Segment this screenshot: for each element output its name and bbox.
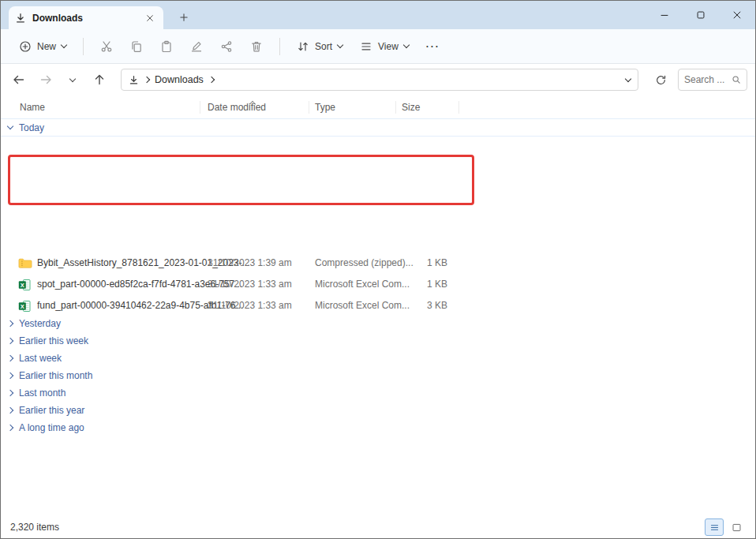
navigation-bar: Downloads	[1, 64, 755, 95]
column-size[interactable]: Size	[402, 97, 420, 118]
delete-icon[interactable]	[243, 34, 270, 59]
file-date: 31/10/2023 1:33 am	[208, 274, 292, 295]
items-count: 2,320 items	[10, 522, 59, 533]
cut-icon[interactable]	[93, 34, 120, 59]
group-label: Last week	[19, 353, 62, 364]
file-size: 1 KB	[380, 253, 447, 274]
chevron-right-icon	[7, 320, 13, 327]
group-header-last-month[interactable]: Last month	[1, 384, 755, 402]
rename-icon[interactable]	[183, 34, 210, 59]
search-input[interactable]	[684, 74, 728, 85]
tab-downloads[interactable]: Downloads	[9, 6, 163, 29]
view-button-label: View	[378, 41, 399, 52]
minimize-icon[interactable]	[646, 1, 683, 29]
view-button[interactable]: View	[353, 36, 416, 58]
chevron-right-icon	[7, 425, 13, 431]
more-options-button[interactable]: ···	[419, 36, 447, 57]
share-icon[interactable]	[213, 34, 240, 59]
breadcrumb-chevron-icon	[144, 77, 150, 83]
chevron-right-icon	[7, 390, 13, 396]
group-header-a-long-time-ago[interactable]: A long time ago	[1, 419, 755, 436]
window-controls	[646, 1, 755, 29]
group-header-earlier-this-month[interactable]: Earlier this month	[1, 367, 755, 384]
file-explorer-window: Downloads New	[0, 0, 756, 539]
file-row[interactable]: X fund_part-00000-39410462-22a9-4b75-afb…	[1, 295, 755, 316]
view-toggles	[705, 518, 746, 536]
search-box[interactable]	[678, 69, 747, 91]
tab-bar: Downloads	[1, 1, 755, 29]
ellipsis-icon: ···	[426, 41, 440, 52]
file-list: Today Bybit_AssetHistory_8781621_2023-01…	[1, 118, 755, 516]
toolbar-divider	[83, 38, 84, 55]
chevron-right-icon	[7, 372, 13, 379]
breadcrumb-chevron-icon	[208, 77, 215, 83]
file-size: 3 KB	[380, 295, 447, 316]
column-type[interactable]: Type	[315, 97, 335, 118]
column-date-modified[interactable]: Date modified	[208, 97, 266, 118]
download-icon	[129, 75, 139, 85]
thumbnails-view-icon[interactable]	[727, 518, 746, 536]
chevron-down-icon	[337, 42, 343, 48]
chevron-right-icon	[7, 407, 13, 414]
breadcrumb-downloads[interactable]: Downloads	[155, 74, 204, 85]
file-size: 1 KB	[380, 274, 447, 295]
group-label: Yesterday	[19, 318, 61, 329]
chevron-right-icon	[7, 338, 13, 344]
column-headers: Name Date modified Type Size	[1, 97, 755, 118]
details-view-icon[interactable]	[705, 518, 724, 536]
up-icon[interactable]	[89, 69, 110, 90]
file-row[interactable]: Bybit_AssetHistory_8781621_2023-01-01_20…	[1, 253, 755, 274]
zip-folder-icon	[18, 257, 32, 269]
search-icon	[732, 75, 741, 84]
close-icon[interactable]	[719, 1, 755, 29]
chevron-right-icon	[7, 355, 13, 361]
group-label: Today	[19, 122, 44, 133]
command-toolbar: New Sort View	[1, 29, 755, 64]
new-button-label: New	[37, 41, 56, 52]
column-name[interactable]: Name	[20, 97, 45, 118]
group-header-yesterday[interactable]: Yesterday	[1, 315, 755, 332]
group-label: A long time ago	[19, 422, 84, 433]
back-icon[interactable]	[9, 69, 29, 90]
chevron-down-icon	[403, 42, 410, 48]
group-label: Earlier this year	[19, 405, 84, 416]
group-header-earlier-this-week[interactable]: Earlier this week	[1, 332, 755, 350]
file-date: 31/10/2023 1:39 am	[208, 253, 292, 274]
tab-title: Downloads	[32, 13, 83, 24]
svg-text:X: X	[21, 303, 24, 310]
group-header-earlier-this-year[interactable]: Earlier this year	[1, 402, 755, 419]
svg-text:X: X	[21, 282, 24, 289]
refresh-icon[interactable]	[649, 69, 672, 91]
group-header-last-week[interactable]: Last week	[1, 350, 755, 367]
sort-button-label: Sort	[315, 41, 332, 52]
paste-icon[interactable]	[153, 34, 180, 59]
toolbar-divider	[279, 38, 280, 55]
excel-file-icon: X	[18, 279, 31, 291]
file-date: 31/10/2023 1:33 am	[208, 295, 292, 316]
chevron-down-icon	[7, 123, 13, 129]
new-tab-button[interactable]	[176, 9, 192, 25]
copy-icon[interactable]	[123, 34, 150, 59]
group-label: Earlier this month	[19, 370, 92, 381]
excel-file-icon: X	[18, 300, 31, 313]
address-bar[interactable]: Downloads	[121, 69, 638, 91]
sort-button[interactable]: Sort	[290, 36, 350, 58]
maximize-icon[interactable]	[683, 1, 719, 29]
file-row[interactable]: X spot_part-00000-ed85f2ca-f7fd-4781-a3e…	[1, 274, 755, 295]
group-label: Last month	[19, 387, 65, 399]
status-bar: 2,320 items	[1, 516, 755, 538]
group-label: Earlier this week	[19, 335, 88, 346]
address-dropdown-icon[interactable]	[625, 75, 631, 81]
group-header-today[interactable]: Today	[1, 118, 755, 137]
download-icon	[15, 13, 26, 24]
chevron-down-icon	[61, 42, 67, 48]
forward-icon[interactable]	[36, 69, 56, 90]
new-button[interactable]: New	[12, 36, 73, 58]
tab-close-icon[interactable]	[143, 11, 157, 25]
history-chevron-icon[interactable]	[62, 69, 83, 90]
